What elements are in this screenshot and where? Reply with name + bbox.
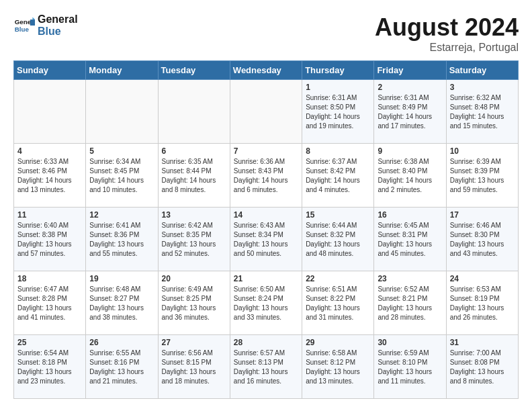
day-number: 16: [378, 210, 442, 220]
logo-general: General: [38, 13, 78, 26]
calendar-cell: [14, 80, 86, 144]
day-info: Sunrise: 6:31 AM Sunset: 8:50 PM Dayligh…: [306, 93, 370, 131]
weekday-header-sunday: Sunday: [14, 61, 86, 80]
calendar-cell: 20Sunrise: 6:49 AM Sunset: 8:25 PM Dayli…: [158, 271, 230, 335]
calendar-cell: 4Sunrise: 6:33 AM Sunset: 8:46 PM Daylig…: [14, 144, 86, 208]
calendar-cell: 8Sunrise: 6:37 AM Sunset: 8:42 PM Daylig…: [302, 144, 374, 208]
day-number: 6: [162, 146, 226, 156]
day-number: 19: [89, 274, 154, 283]
day-info: Sunrise: 6:32 AM Sunset: 8:48 PM Dayligh…: [450, 93, 515, 131]
day-number: 26: [89, 338, 154, 347]
day-number: 31: [450, 338, 515, 347]
calendar-week-3: 11Sunrise: 6:40 AM Sunset: 8:38 PM Dayli…: [14, 208, 519, 271]
calendar-cell: 24Sunrise: 6:53 AM Sunset: 8:19 PM Dayli…: [446, 271, 518, 335]
weekday-header-friday: Friday: [374, 61, 446, 80]
calendar-cell: 13Sunrise: 6:42 AM Sunset: 8:35 PM Dayli…: [158, 208, 230, 271]
day-info: Sunrise: 6:31 AM Sunset: 8:49 PM Dayligh…: [378, 93, 442, 131]
day-info: Sunrise: 7:00 AM Sunset: 8:08 PM Dayligh…: [450, 349, 515, 386]
calendar-cell: [230, 80, 302, 144]
calendar-cell: 1Sunrise: 6:31 AM Sunset: 8:50 PM Daylig…: [302, 80, 374, 144]
calendar-cell: 29Sunrise: 6:58 AM Sunset: 8:12 PM Dayli…: [302, 335, 374, 399]
day-info: Sunrise: 6:34 AM Sunset: 8:45 PM Dayligh…: [89, 157, 154, 195]
day-info: Sunrise: 6:59 AM Sunset: 8:10 PM Dayligh…: [378, 349, 442, 386]
day-info: Sunrise: 6:57 AM Sunset: 8:13 PM Dayligh…: [234, 349, 298, 386]
day-number: 20: [162, 274, 226, 283]
day-number: 29: [306, 338, 370, 347]
title-area: August 2024 Estarreja, Portugal: [375, 13, 519, 54]
day-info: Sunrise: 6:51 AM Sunset: 8:22 PM Dayligh…: [306, 285, 370, 322]
day-info: Sunrise: 6:48 AM Sunset: 8:27 PM Dayligh…: [89, 285, 154, 322]
day-number: 7: [234, 146, 298, 156]
day-info: Sunrise: 6:43 AM Sunset: 8:34 PM Dayligh…: [234, 221, 298, 259]
calendar-cell: [158, 80, 230, 144]
day-number: 11: [17, 210, 82, 220]
logo-blue: Blue: [38, 26, 78, 38]
day-number: 15: [306, 210, 370, 220]
calendar-cell: 19Sunrise: 6:48 AM Sunset: 8:27 PM Dayli…: [86, 271, 158, 335]
calendar-cell: 7Sunrise: 6:36 AM Sunset: 8:43 PM Daylig…: [230, 144, 302, 208]
logo: General Blue General Blue: [13, 13, 78, 38]
weekday-header-thursday: Thursday: [302, 61, 374, 80]
calendar-cell: 9Sunrise: 6:38 AM Sunset: 8:40 PM Daylig…: [374, 144, 446, 208]
day-number: 2: [378, 83, 442, 92]
day-info: Sunrise: 6:46 AM Sunset: 8:30 PM Dayligh…: [450, 221, 515, 259]
day-info: Sunrise: 6:54 AM Sunset: 8:18 PM Dayligh…: [17, 349, 82, 386]
day-info: Sunrise: 6:35 AM Sunset: 8:44 PM Dayligh…: [162, 157, 226, 195]
day-number: 22: [306, 274, 370, 283]
calendar-week-5: 25Sunrise: 6:54 AM Sunset: 8:18 PM Dayli…: [14, 335, 519, 399]
weekday-header-monday: Monday: [86, 61, 158, 80]
day-number: 21: [234, 274, 298, 283]
day-number: 13: [162, 210, 226, 220]
calendar-cell: 11Sunrise: 6:40 AM Sunset: 8:38 PM Dayli…: [14, 208, 86, 271]
day-number: 5: [89, 146, 154, 156]
day-info: Sunrise: 6:49 AM Sunset: 8:25 PM Dayligh…: [162, 285, 226, 322]
calendar-cell: 17Sunrise: 6:46 AM Sunset: 8:30 PM Dayli…: [446, 208, 518, 271]
calendar-cell: 18Sunrise: 6:47 AM Sunset: 8:28 PM Dayli…: [14, 271, 86, 335]
svg-marker-3: [30, 20, 35, 26]
day-info: Sunrise: 6:33 AM Sunset: 8:46 PM Dayligh…: [17, 157, 82, 195]
day-info: Sunrise: 6:47 AM Sunset: 8:28 PM Dayligh…: [17, 285, 82, 322]
calendar-week-4: 18Sunrise: 6:47 AM Sunset: 8:28 PM Dayli…: [14, 271, 519, 335]
day-number: 3: [450, 83, 515, 92]
calendar-cell: 3Sunrise: 6:32 AM Sunset: 8:48 PM Daylig…: [446, 80, 518, 144]
weekday-header-wednesday: Wednesday: [230, 61, 302, 80]
calendar-cell: 30Sunrise: 6:59 AM Sunset: 8:10 PM Dayli…: [374, 335, 446, 399]
day-info: Sunrise: 6:52 AM Sunset: 8:21 PM Dayligh…: [378, 285, 442, 322]
day-number: 28: [234, 338, 298, 347]
calendar-cell: 12Sunrise: 6:41 AM Sunset: 8:36 PM Dayli…: [86, 208, 158, 271]
logo-icon: General Blue: [13, 15, 35, 36]
calendar-cell: 28Sunrise: 6:57 AM Sunset: 8:13 PM Dayli…: [230, 335, 302, 399]
day-info: Sunrise: 6:55 AM Sunset: 8:16 PM Dayligh…: [89, 349, 154, 386]
calendar-cell: 15Sunrise: 6:44 AM Sunset: 8:32 PM Dayli…: [302, 208, 374, 271]
calendar-cell: 21Sunrise: 6:50 AM Sunset: 8:24 PM Dayli…: [230, 271, 302, 335]
calendar-cell: 16Sunrise: 6:45 AM Sunset: 8:31 PM Dayli…: [374, 208, 446, 271]
day-info: Sunrise: 6:53 AM Sunset: 8:19 PM Dayligh…: [450, 285, 515, 322]
calendar-cell: 6Sunrise: 6:35 AM Sunset: 8:44 PM Daylig…: [158, 144, 230, 208]
day-number: 23: [378, 274, 442, 283]
day-number: 10: [450, 146, 515, 156]
calendar-cell: 14Sunrise: 6:43 AM Sunset: 8:34 PM Dayli…: [230, 208, 302, 271]
calendar-week-2: 4Sunrise: 6:33 AM Sunset: 8:46 PM Daylig…: [14, 144, 519, 208]
calendar-cell: 31Sunrise: 7:00 AM Sunset: 8:08 PM Dayli…: [446, 335, 518, 399]
weekday-header-saturday: Saturday: [446, 61, 518, 80]
day-info: Sunrise: 6:44 AM Sunset: 8:32 PM Dayligh…: [306, 221, 370, 259]
calendar-cell: [86, 80, 158, 144]
day-number: 8: [306, 146, 370, 156]
svg-text:Blue: Blue: [15, 26, 30, 33]
day-number: 18: [17, 274, 82, 283]
weekday-header-tuesday: Tuesday: [158, 61, 230, 80]
day-info: Sunrise: 6:38 AM Sunset: 8:40 PM Dayligh…: [378, 157, 442, 195]
day-number: 1: [306, 83, 370, 92]
day-number: 27: [162, 338, 226, 347]
calendar-cell: 27Sunrise: 6:56 AM Sunset: 8:15 PM Dayli…: [158, 335, 230, 399]
day-number: 14: [234, 210, 298, 220]
day-info: Sunrise: 6:36 AM Sunset: 8:43 PM Dayligh…: [234, 157, 298, 195]
day-number: 30: [378, 338, 442, 347]
calendar-title: August 2024: [375, 13, 519, 42]
day-info: Sunrise: 6:40 AM Sunset: 8:38 PM Dayligh…: [17, 221, 82, 259]
calendar-week-1: 1Sunrise: 6:31 AM Sunset: 8:50 PM Daylig…: [14, 80, 519, 144]
day-number: 25: [17, 338, 82, 347]
day-number: 12: [89, 210, 154, 220]
day-number: 4: [17, 146, 82, 156]
day-info: Sunrise: 6:42 AM Sunset: 8:35 PM Dayligh…: [162, 221, 226, 259]
